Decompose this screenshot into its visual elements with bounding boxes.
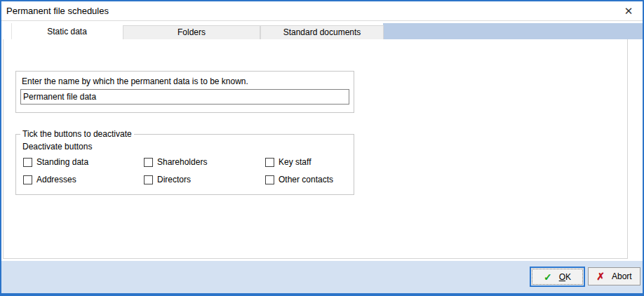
checkbox-label: Addresses xyxy=(36,175,76,184)
tab-bar: Static data Folders Standard documents xyxy=(1,22,643,39)
tab-panel-static-data: Enter the name by which the permanent da… xyxy=(3,39,628,259)
ok-button[interactable]: ✓ OK xyxy=(530,267,585,287)
window-title: Permanent file schedules xyxy=(6,6,109,16)
abort-button[interactable]: ✗ Abort xyxy=(588,267,640,285)
deactivate-groupbox: Tick the buttons to deactivate Deactivat… xyxy=(15,134,354,195)
name-groupbox: Enter the name by which the permanent da… xyxy=(15,71,354,113)
checkbox-label: Directors xyxy=(157,175,191,184)
permanent-data-name-input[interactable] xyxy=(20,89,349,105)
footer-bar: ✓ OK ✗ Abort xyxy=(1,261,643,293)
ok-button-label: OK xyxy=(559,272,571,282)
checkbox-box[interactable] xyxy=(23,175,32,184)
checkbox-box[interactable] xyxy=(265,158,274,167)
name-prompt-label: Enter the name by which the permanent da… xyxy=(22,76,248,86)
tab-folders[interactable]: Folders xyxy=(123,25,260,39)
title-bar: Permanent file schedules ✕ xyxy=(1,1,643,21)
tab-static-data[interactable]: Static data xyxy=(11,23,122,39)
checkbox-shareholders[interactable]: Shareholders xyxy=(144,157,207,167)
checkbox-standing-data[interactable]: Standing data xyxy=(23,157,88,167)
dialog-window: Permanent file schedules ✕ Static data F… xyxy=(0,0,644,296)
checkbox-label: Standing data xyxy=(36,157,88,167)
checkbox-key-staff[interactable]: Key staff xyxy=(265,157,311,167)
deactivate-heading: Deactivate buttons xyxy=(22,142,92,152)
checkbox-label: Other contacts xyxy=(279,175,333,184)
checkbox-box[interactable] xyxy=(265,175,274,184)
close-icon[interactable]: ✕ xyxy=(615,1,643,20)
checkbox-directors[interactable]: Directors xyxy=(144,175,191,184)
checkbox-label: Shareholders xyxy=(157,157,207,167)
abort-button-label: Abort xyxy=(612,271,632,281)
checkbox-box[interactable] xyxy=(23,158,32,167)
ok-check-icon: ✓ xyxy=(544,271,552,283)
checkbox-other-contacts[interactable]: Other contacts xyxy=(265,175,333,184)
tab-bar-filler xyxy=(383,23,643,39)
abort-x-icon: ✗ xyxy=(596,271,605,282)
tab-standard-documents[interactable]: Standard documents xyxy=(260,25,384,39)
checkbox-label: Key staff xyxy=(279,157,311,167)
checkbox-addresses[interactable]: Addresses xyxy=(23,175,76,184)
checkbox-box[interactable] xyxy=(144,158,153,167)
checkbox-box[interactable] xyxy=(144,175,153,184)
deactivate-groupbox-legend: Tick the buttons to deactivate xyxy=(20,129,134,139)
